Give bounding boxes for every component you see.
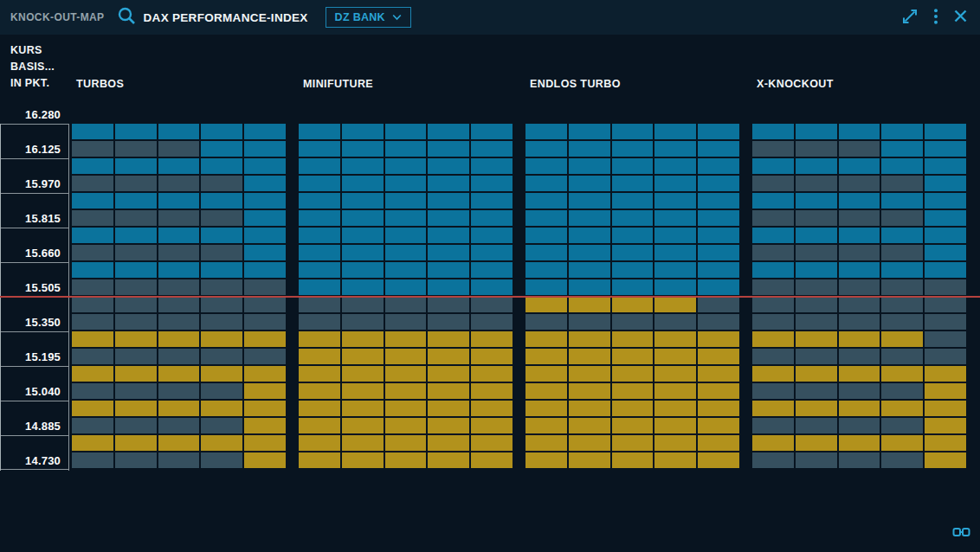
knockout-cell[interactable] — [385, 193, 427, 209]
knockout-cell[interactable] — [299, 383, 340, 399]
knockout-cell[interactable] — [612, 193, 654, 209]
knockout-cell[interactable] — [698, 366, 739, 382]
knockout-cell[interactable] — [925, 366, 966, 382]
knockout-cell[interactable] — [244, 210, 286, 226]
knockout-cell[interactable] — [569, 366, 610, 382]
knockout-cell[interactable] — [385, 141, 427, 157]
knockout-cell[interactable] — [525, 158, 567, 174]
knockout-cell[interactable] — [428, 401, 469, 416]
knockout-cell[interactable] — [244, 453, 286, 468]
knockout-cell[interactable] — [201, 435, 242, 451]
knockout-cell[interactable] — [525, 176, 567, 191]
knockout-cell[interactable] — [158, 435, 200, 451]
knockout-cell[interactable] — [612, 383, 654, 399]
knockout-cell[interactable] — [698, 383, 739, 399]
knockout-cell[interactable] — [158, 366, 200, 382]
knockout-cell[interactable] — [839, 262, 880, 278]
knockout-cell[interactable] — [158, 401, 200, 416]
knockout-cell[interactable] — [796, 435, 837, 451]
knockout-cell[interactable] — [342, 262, 384, 278]
knockout-cell[interactable] — [158, 228, 200, 243]
knockout-cell[interactable] — [839, 124, 880, 139]
knockout-cell[interactable] — [752, 124, 794, 139]
knockout-cell[interactable] — [698, 228, 739, 243]
knockout-cell[interactable] — [698, 314, 739, 330]
knockout-cell[interactable] — [158, 383, 200, 399]
knockout-cell[interactable] — [525, 124, 567, 139]
knockout-cell[interactable] — [752, 158, 794, 174]
knockout-cell[interactable] — [925, 331, 966, 347]
knockout-cell[interactable] — [385, 210, 427, 226]
knockout-cell[interactable] — [244, 401, 286, 416]
knockout-cell[interactable] — [201, 366, 242, 382]
knockout-cell[interactable] — [612, 210, 654, 226]
knockout-cell[interactable] — [201, 331, 242, 347]
knockout-cell[interactable] — [796, 297, 837, 312]
knockout-cell[interactable] — [428, 193, 469, 209]
knockout-cell[interactable] — [244, 158, 286, 174]
knockout-cell[interactable] — [158, 210, 200, 226]
knockout-cell[interactable] — [796, 210, 837, 226]
knockout-cell[interactable] — [796, 383, 837, 399]
knockout-cell[interactable] — [158, 349, 200, 364]
knockout-cell[interactable] — [201, 314, 242, 330]
knockout-cell[interactable] — [299, 401, 340, 416]
knockout-cell[interactable] — [158, 418, 200, 433]
knockout-cell[interactable] — [244, 383, 286, 399]
knockout-cell[interactable] — [471, 245, 513, 260]
knockout-cell[interactable] — [299, 262, 340, 278]
knockout-cell[interactable] — [925, 245, 966, 260]
knockout-cell[interactable] — [569, 228, 610, 243]
knockout-cell[interactable] — [471, 349, 513, 364]
knockout-cell[interactable] — [881, 349, 923, 364]
knockout-cell[interactable] — [839, 193, 880, 209]
knockout-cell[interactable] — [839, 245, 880, 260]
knockout-cell[interactable] — [525, 245, 567, 260]
knockout-cell[interactable] — [72, 401, 113, 416]
menu-button[interactable] — [933, 8, 938, 28]
knockout-cell[interactable] — [115, 453, 157, 468]
knockout-cell[interactable] — [752, 176, 794, 191]
knockout-cell[interactable] — [72, 141, 113, 157]
knockout-cell[interactable] — [115, 297, 157, 312]
knockout-cell[interactable] — [299, 314, 340, 330]
knockout-cell[interactable] — [612, 349, 654, 364]
knockout-cell[interactable] — [839, 210, 880, 226]
knockout-cell[interactable] — [72, 176, 113, 191]
knockout-cell[interactable] — [698, 124, 739, 139]
knockout-cell[interactable] — [752, 383, 794, 399]
knockout-cell[interactable] — [201, 383, 242, 399]
knockout-cell[interactable] — [839, 141, 880, 157]
knockout-cell[interactable] — [612, 124, 654, 139]
knockout-cell[interactable] — [752, 141, 794, 157]
knockout-cell[interactable] — [654, 176, 696, 191]
knockout-cell[interactable] — [698, 158, 739, 174]
knockout-cell[interactable] — [881, 193, 923, 209]
knockout-cell[interactable] — [115, 176, 157, 191]
knockout-cell[interactable] — [342, 349, 384, 364]
knockout-cell[interactable] — [654, 366, 696, 382]
knockout-cell[interactable] — [158, 331, 200, 347]
knockout-cell[interactable] — [471, 297, 513, 312]
knockout-cell[interactable] — [881, 158, 923, 174]
knockout-cell[interactable] — [796, 366, 837, 382]
knockout-cell[interactable] — [342, 314, 384, 330]
knockout-cell[interactable] — [471, 124, 513, 139]
knockout-cell[interactable] — [839, 401, 880, 416]
knockout-cell[interactable] — [752, 331, 794, 347]
knockout-cell[interactable] — [569, 401, 610, 416]
knockout-cell[interactable] — [698, 349, 739, 364]
knockout-cell[interactable] — [342, 158, 384, 174]
knockout-cell[interactable] — [244, 314, 286, 330]
knockout-cell[interactable] — [569, 262, 610, 278]
knockout-cell[interactable] — [839, 228, 880, 243]
knockout-cell[interactable] — [299, 210, 340, 226]
knockout-cell[interactable] — [428, 176, 469, 191]
knockout-cell[interactable] — [244, 297, 286, 312]
knockout-cell[interactable] — [115, 228, 157, 243]
knockout-cell[interactable] — [796, 124, 837, 139]
knockout-cell[interactable] — [471, 141, 513, 157]
knockout-cell[interactable] — [428, 158, 469, 174]
knockout-cell[interactable] — [471, 453, 513, 468]
knockout-cell[interactable] — [244, 193, 286, 209]
